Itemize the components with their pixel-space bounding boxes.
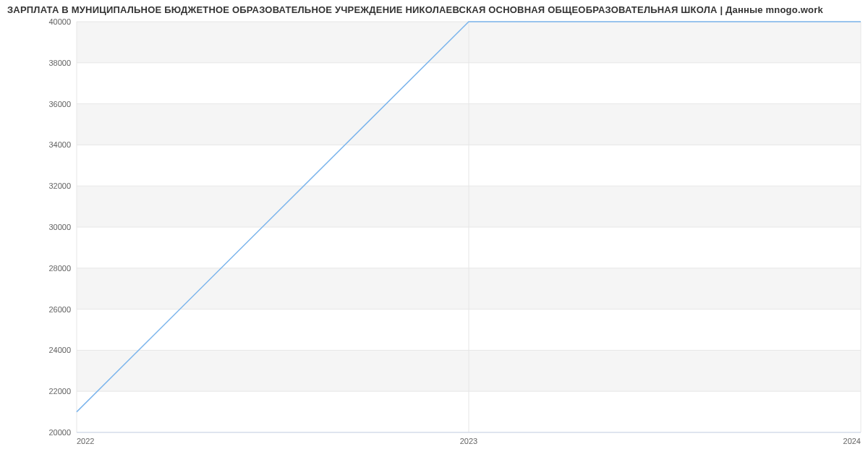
y-tick-label: 38000 — [48, 59, 71, 67]
line-chart: 2000022000240002600028000300003200034000… — [0, 0, 868, 470]
y-tick-label: 34000 — [48, 140, 71, 149]
x-tick-label: 2022 — [77, 437, 94, 445]
y-tick-label: 36000 — [48, 100, 71, 108]
y-tick-label: 22000 — [48, 387, 71, 396]
y-tick-label: 40000 — [48, 17, 71, 26]
x-tick-label: 2023 — [460, 437, 477, 445]
y-tick-label: 28000 — [48, 264, 71, 273]
x-tick-label: 2024 — [843, 437, 861, 445]
y-tick-label: 30000 — [48, 223, 71, 231]
y-tick-label: 20000 — [48, 428, 71, 437]
y-tick-label: 26000 — [48, 305, 71, 314]
y-tick-label: 24000 — [48, 346, 71, 354]
y-tick-label: 32000 — [48, 181, 71, 190]
